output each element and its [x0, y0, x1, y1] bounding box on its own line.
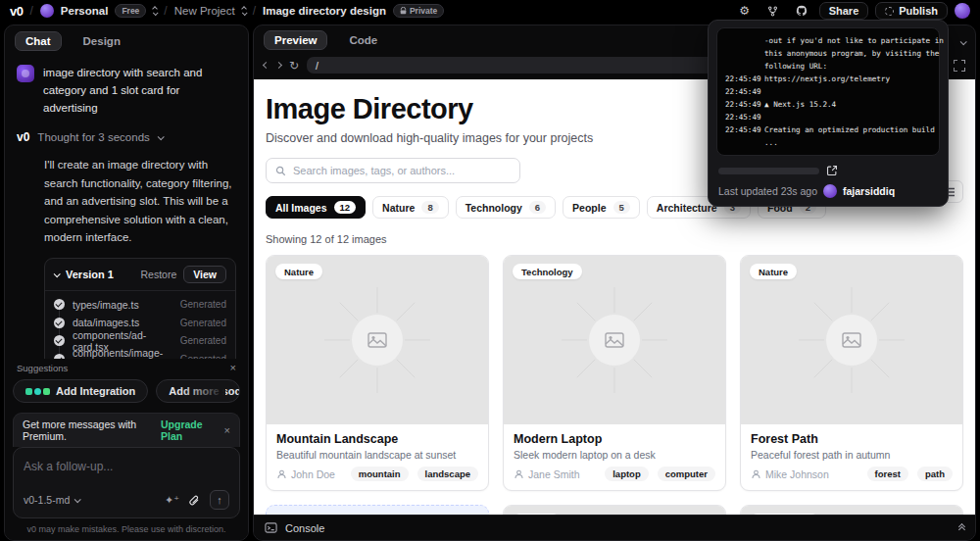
workspace-switcher-icon[interactable] [153, 7, 157, 16]
user-avatar[interactable] [955, 3, 970, 19]
integration-icon [34, 388, 41, 395]
image-tag[interactable]: path [917, 467, 953, 481]
breadcrumb-separator: / [29, 4, 32, 18]
filter-nature[interactable]: Nature8 [372, 196, 449, 219]
image-card[interactable]: Technology Modern Laptop Sleek modern la… [503, 255, 726, 491]
github-icon [796, 5, 808, 17]
github-button[interactable] [791, 3, 812, 19]
user-message-avatar [17, 65, 34, 82]
refresh-icon[interactable]: ↻ [289, 59, 299, 73]
category-badge: Technology [513, 264, 582, 279]
terminal-icon [265, 521, 277, 534]
image-card[interactable]: People [503, 505, 726, 515]
file-row[interactable]: components/image-card.tsxGenerated [54, 350, 226, 359]
project-switcher-icon[interactable] [242, 7, 246, 16]
spinner-icon [885, 7, 894, 16]
fullscreen-icon[interactable] [954, 60, 965, 72]
git-branch-button[interactable] [762, 3, 784, 19]
chevron-down-icon [54, 270, 61, 277]
thought-toggle[interactable]: v0 Thought for 3 seconds [17, 130, 236, 144]
suggestions-label: Suggestions [17, 363, 230, 373]
external-link-icon[interactable] [826, 165, 838, 176]
chat-sidebar: Chat Design image directory with search … [4, 25, 249, 541]
tab-design[interactable]: Design [74, 32, 130, 50]
check-circle-icon [54, 335, 65, 346]
check-circle-icon [54, 318, 65, 328]
v0-assistant-icon: v0 [17, 130, 29, 144]
image-placeholder: People [504, 506, 725, 515]
image-tag[interactable]: laptop [605, 467, 649, 481]
image-search-box[interactable] [266, 158, 520, 183]
image-placeholder-icon [793, 281, 910, 399]
image-author: John Doe [276, 468, 342, 480]
category-badge: Nature [750, 264, 797, 279]
image-description: Sleek modern laptop on a desk [514, 449, 715, 461]
publish-button[interactable]: Publish [875, 2, 948, 20]
tab-chat[interactable]: Chat [15, 31, 62, 51]
image-card[interactable]: Nature Forest Path Peaceful forest path … [740, 255, 963, 491]
image-tag[interactable]: mountain [351, 467, 409, 481]
restore-button[interactable]: Restore [140, 269, 176, 280]
back-icon[interactable] [263, 62, 270, 69]
search-input[interactable] [293, 165, 511, 176]
send-button[interactable]: ↑ [210, 490, 229, 510]
terminal-output[interactable]: -out if you'd not like to participate in… [716, 27, 940, 156]
ad-card[interactable] [266, 505, 489, 515]
version-card-header[interactable]: Version 1 Restore View [45, 259, 235, 291]
followup-input[interactable] [24, 460, 229, 473]
image-tag[interactable]: computer [658, 467, 715, 481]
image-description: Beautiful mountain landscape at sunset [276, 449, 478, 461]
view-button[interactable]: View [183, 266, 226, 283]
sidebar-tabs: Chat Design [5, 25, 248, 57]
image-placeholder: Technology [741, 506, 962, 515]
tab-preview[interactable]: Preview [264, 30, 327, 50]
version-card[interactable]: Version 1 Restore View types/image.tsGen… [44, 258, 236, 359]
image-tag[interactable]: forest [867, 467, 908, 481]
v0-logo[interactable]: v0 [10, 4, 23, 19]
paperclip-icon[interactable] [188, 494, 201, 507]
person-icon [751, 468, 761, 480]
close-icon[interactable]: × [230, 363, 236, 373]
project-name[interactable]: New Project [174, 5, 235, 17]
search-icon [275, 166, 286, 176]
image-title: Forest Path [751, 432, 953, 446]
file-row[interactable]: types/image.tsGenerated [54, 295, 226, 314]
build-progress-bar [718, 168, 819, 174]
image-title: Modern Laptop [514, 432, 715, 446]
upgrade-plan-link[interactable]: Upgrade Plan [161, 418, 217, 442]
forward-icon[interactable] [275, 62, 282, 69]
category-badge: Nature [275, 264, 322, 279]
breadcrumb-separator: / [253, 4, 256, 18]
chevron-down-icon [74, 496, 81, 503]
chat-title: Image directory design [263, 5, 386, 17]
image-tag[interactable]: landscape [417, 467, 478, 481]
console-bar[interactable]: Console [254, 515, 975, 540]
git-fork-icon [767, 6, 778, 17]
filter-all-images[interactable]: All Images12 [266, 196, 366, 219]
model-selector[interactable]: v0-1.5-md [24, 494, 156, 506]
image-card[interactable]: Nature Mountain Landscape Beautiful moun… [266, 255, 489, 491]
workspace-name[interactable]: Personal [61, 5, 109, 17]
tab-code[interactable]: Code [339, 31, 387, 49]
expand-console-icon[interactable] [959, 524, 964, 532]
image-title: Mountain Landscape [276, 432, 478, 446]
person-icon [276, 468, 287, 480]
close-icon[interactable]: × [224, 425, 230, 436]
category-badge: People [513, 514, 561, 515]
lock-icon [400, 7, 407, 15]
private-badge: Private [393, 4, 444, 18]
deployer-avatar [823, 184, 837, 198]
settings-button[interactable]: ⚙ [734, 3, 756, 19]
sparkles-icon[interactable]: ✦⁺ [165, 494, 179, 507]
image-card[interactable]: Technology [740, 505, 963, 515]
person-icon [514, 468, 524, 480]
share-button[interactable]: Share [819, 2, 869, 20]
chat-input-card: v0-1.5-md ✦⁺ ↑ [13, 447, 240, 518]
integration-icons [25, 388, 50, 395]
chat-history[interactable]: image directory with search and category… [5, 57, 248, 359]
panel-collapse-button[interactable] [960, 31, 965, 49]
filter-people[interactable]: People5 [563, 196, 640, 219]
add-integration-button[interactable]: Add Integration [13, 379, 148, 403]
filter-technology[interactable]: Technology6 [456, 196, 556, 219]
add-social-links-button[interactable]: Add more social media links [156, 379, 240, 403]
